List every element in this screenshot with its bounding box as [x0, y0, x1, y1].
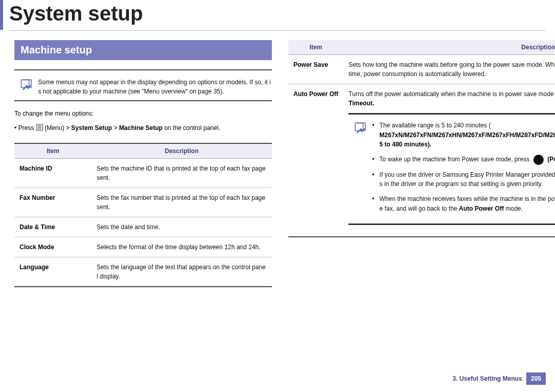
note-bold: M267xN/M267xFN/M267xHN/M267xF/M267xFH/M2… — [379, 132, 555, 148]
change-intro: To change the menu options: — [14, 108, 272, 119]
th-desc: Description — [91, 143, 272, 159]
tip-bottom-rule — [14, 100, 272, 101]
note-icon — [354, 121, 367, 137]
page-title: System setup — [9, 2, 555, 25]
note-block: The available range is 5 to 240 minutes … — [348, 121, 555, 218]
note-bold: Auto Power Off — [459, 205, 504, 212]
content-columns: Machine setup Some menus may not appear … — [0, 31, 555, 287]
table-row: Auto Power Off Turns off the power autom… — [288, 84, 555, 237]
cell-item: Power Save — [288, 55, 343, 84]
cell-desc: Selects the format of the time display b… — [91, 237, 272, 257]
cell-desc: Sets the date and time. — [91, 217, 272, 237]
svg-point-5 — [361, 129, 362, 130]
cell-desc: Sets the language of the text that appea… — [91, 257, 272, 287]
bullet-prefix: • Press — [14, 124, 36, 132]
th-item: Item — [288, 40, 343, 55]
title-bar: System setup — [0, 0, 555, 29]
path-sep: > — [114, 124, 119, 132]
tip-top-rule — [14, 69, 272, 70]
table-row: Clock Mode Selects the format of the tim… — [14, 237, 272, 257]
page-number: 205 — [526, 372, 546, 385]
note-bottom-rule — [348, 223, 555, 225]
left-column: Machine setup Some menus may not appear … — [14, 40, 272, 287]
title-accent — [0, 0, 3, 30]
apo-prefix: Turns off the power automatically when t… — [348, 90, 555, 98]
tip-text: Some menus may not appear in the display… — [38, 78, 272, 96]
power-button-icon — [533, 155, 544, 165]
menu-icon — [36, 124, 43, 131]
section-heading: Machine setup — [14, 40, 272, 60]
cell-item: Date & Time — [14, 217, 91, 237]
list-item: When the machine receives faxes while th… — [372, 194, 555, 213]
change-instruction: To change the menu options: • Press (Men… — [14, 108, 272, 134]
cell-item: Auto Power Off — [288, 84, 343, 237]
note-text: To wake up the machine from Power save m… — [379, 156, 531, 163]
tip-block: Some menus may not appear in the display… — [20, 78, 272, 96]
note-bold: (Power/Wakeup) — [547, 156, 555, 163]
note-text: If you use the driver or Samsung Easy Pr… — [379, 171, 555, 188]
right-column: Item Description Power Save Sets how lon… — [288, 40, 546, 287]
cell-desc: Sets the machine ID that is printed at t… — [91, 158, 272, 188]
th-desc: Description — [343, 40, 555, 55]
left-settings-table: Item Description Machine ID Sets the mac… — [14, 143, 272, 287]
note-list: The available range is 5 to 240 minutes … — [372, 121, 555, 218]
list-item: If you use the driver or Samsung Easy Pr… — [372, 170, 555, 189]
cell-desc: Sets the fax number that is printed at t… — [91, 188, 272, 217]
path-machine-setup: Machine Setup — [119, 124, 163, 132]
note-after: mode. — [506, 205, 523, 212]
table-row: Language Sets the language of the text t… — [14, 257, 272, 287]
menu-label: (Menu) > — [45, 124, 71, 132]
table-row: Power Save Sets how long the machine wai… — [288, 55, 555, 84]
note-icon — [20, 78, 33, 93]
th-item: Item — [14, 143, 91, 159]
footer: 3. Useful Setting Menus 205 — [453, 372, 546, 385]
path-suffix: on the control panel. — [164, 124, 220, 132]
footer-chapter: 3. Useful Setting Menus — [453, 375, 522, 382]
note-text: The available range is 5 to 240 minutes … — [379, 122, 491, 129]
table-row: Date & Time Sets the date and time. — [14, 217, 272, 237]
page-root: System setup Machine setup Some menus ma… — [0, 0, 555, 392]
list-item: The available range is 5 to 240 minutes … — [372, 121, 555, 150]
cell-desc: Turns off the power automatically when t… — [343, 84, 555, 237]
cell-item: Fax Number — [14, 188, 91, 217]
cell-item: Language — [14, 257, 91, 287]
svg-point-0 — [27, 86, 28, 87]
cell-item: Clock Mode — [14, 237, 91, 257]
path-system-setup: System Setup — [71, 124, 112, 132]
table-row: Fax Number Sets the fax number that is p… — [14, 188, 272, 217]
change-line: • Press (Menu) > System Setup > Machine … — [14, 123, 272, 133]
cell-item: Machine ID — [14, 158, 91, 188]
right-settings-table: Item Description Power Save Sets how lon… — [288, 40, 555, 237]
table-row: Machine ID Sets the machine ID that is p… — [14, 158, 272, 188]
note-top-rule — [348, 113, 555, 115]
list-item: To wake up the machine from Power save m… — [372, 155, 555, 165]
cell-desc: Sets how long the machine waits before g… — [343, 55, 555, 84]
